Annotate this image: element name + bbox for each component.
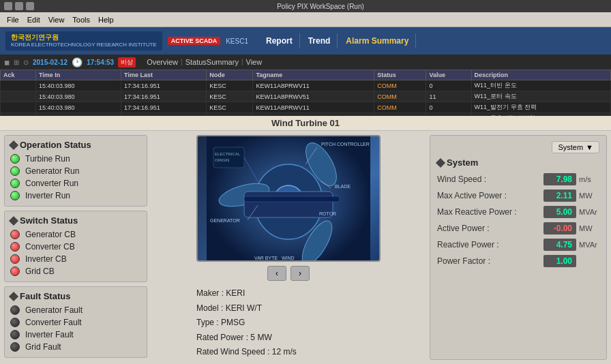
operation-status-items: Turbine Run Generator Run Converter Run … bbox=[10, 153, 141, 202]
overview-btn[interactable]: Overview bbox=[147, 58, 178, 66]
indicator-red bbox=[10, 242, 20, 252]
indicator-green bbox=[10, 154, 20, 164]
sw-status-item: Generator CB bbox=[10, 228, 141, 241]
indicator-red bbox=[10, 230, 20, 239]
right-panel: System ▼ System Wind Speed : 7.98 m/s Ma… bbox=[430, 135, 607, 360]
fault-status-title: Fault Status bbox=[10, 291, 141, 301]
switch-status-title: Switch Status bbox=[10, 215, 141, 226]
menu-view[interactable]: View bbox=[44, 14, 69, 25]
svg-text:ORIGIN: ORIGIN bbox=[215, 158, 229, 162]
system-row: Max Active Power : 2.11 MW bbox=[437, 189, 599, 202]
indicator-dark bbox=[10, 305, 20, 315]
main-content: Operation Status Turbine Run Generator R… bbox=[0, 131, 611, 364]
operation-status-title: Operation Status bbox=[10, 140, 141, 150]
menu-help[interactable]: Help bbox=[94, 14, 118, 25]
col-tagname: Tagname bbox=[253, 70, 374, 80]
col-desc: Description bbox=[471, 70, 610, 80]
close-btn[interactable] bbox=[26, 2, 34, 10]
indicator-red bbox=[10, 267, 20, 276]
indicator-dark bbox=[10, 330, 20, 339]
system-panel-title: System bbox=[437, 157, 599, 168]
svg-text:BLADE: BLADE bbox=[335, 184, 351, 189]
trend-btn[interactable]: Trend bbox=[301, 33, 338, 48]
switch-status-group: Switch Status Generator CB Converter CB … bbox=[4, 211, 147, 282]
sw-status-item: Inverter CB bbox=[10, 253, 141, 265]
fault-status-group: Fault Status Generator Fault Converter F… bbox=[4, 286, 147, 358]
prev-image-btn[interactable]: ‹ bbox=[267, 266, 286, 281]
indicator-red bbox=[10, 254, 20, 264]
sys-row-label: Max Reactive Power : bbox=[437, 207, 541, 217]
info-model: Model : KERI W/T bbox=[196, 301, 381, 316]
left-panel: Operation Status Turbine Run Generator R… bbox=[4, 135, 147, 360]
indicator-dark bbox=[10, 318, 20, 327]
indicator-green bbox=[10, 166, 20, 176]
rated-power-text: Rated Power : 5 MW bbox=[196, 331, 272, 346]
diamond-icon-op bbox=[9, 140, 18, 149]
sys-row-unit: MVAr bbox=[579, 241, 599, 249]
alarm-row[interactable]: 15:40:03.98017:34:16.951KESCKEW11A8PRWV1… bbox=[1, 102, 611, 113]
status-summary-btn[interactable]: StatusSummary bbox=[185, 58, 239, 66]
sw-status-item: Converter CB bbox=[10, 241, 141, 253]
indicator-dark bbox=[10, 342, 20, 352]
sys-row-label: Wind Speed : bbox=[437, 175, 541, 184]
svg-text:ELECTRICAL: ELECTRICAL bbox=[215, 152, 241, 156]
minimize-btn[interactable] bbox=[4, 2, 12, 10]
indicator-green bbox=[10, 179, 20, 188]
alarm-table: Ack Time In Time Last Node Tagname Statu… bbox=[0, 70, 611, 116]
turbine-info: Maker : KERI Model : KERI W/T Type : PMS… bbox=[196, 286, 381, 360]
menu-tools[interactable]: Tools bbox=[68, 14, 94, 25]
maximize-btn[interactable] bbox=[15, 2, 23, 10]
col-node: Node bbox=[207, 70, 253, 80]
rated-wind-text: Rated Wind Speed : 12 m/s bbox=[196, 345, 297, 360]
sys-row-label: Max Active Power : bbox=[437, 191, 541, 200]
turbine-image: PITCH CONTROLLER BLADE GENERATOR ROTOR V… bbox=[196, 135, 381, 262]
alarm-summary-btn[interactable]: Alarm Summary bbox=[339, 33, 416, 48]
system-row: Wind Speed : 7.98 m/s bbox=[437, 173, 599, 185]
sys-row-value: -0.00 bbox=[543, 222, 576, 234]
menu-edit[interactable]: Edit bbox=[23, 14, 44, 25]
switch-status-items: Generator CB Converter CB Inverter CB Gr… bbox=[10, 228, 141, 277]
active-badge: ACTIVE SCADA bbox=[168, 37, 221, 45]
op-status-item: Converter Run bbox=[10, 177, 141, 189]
sys-row-label: Power Factor : bbox=[437, 256, 541, 266]
status-bar: ◼ ⊞ ⊙ 2015-02-12 🕐 17:54:53 비상 Overview … bbox=[0, 55, 611, 70]
status-nav-btns: Overview | StatusSummary | View bbox=[147, 58, 262, 66]
sys-row-value: 2.11 bbox=[543, 189, 576, 202]
svg-text:PITCH CONTROLLER: PITCH CONTROLLER bbox=[321, 142, 370, 147]
sys-row-value: 5.00 bbox=[543, 206, 576, 218]
title-bar: Policy PIX WorkSpace (Run) bbox=[0, 0, 611, 12]
kesc-label: KESC1 bbox=[226, 37, 248, 45]
info-maker: Maker : KERI bbox=[196, 286, 381, 301]
page-title: Wind Turbine 01 bbox=[271, 118, 340, 128]
alarm-row[interactable]: 15:40:03.98017:34:16.951KESCKEW11A8PRWV1… bbox=[1, 80, 611, 91]
system-row: Max Reactive Power : 5.00 MVAr bbox=[437, 206, 599, 218]
menu-file[interactable]: File bbox=[3, 14, 23, 25]
svg-text:VAR BYTE: VAR BYTE bbox=[254, 256, 278, 260]
fault-status-item: Inverter Fault bbox=[10, 329, 141, 341]
diamond-icon-sw bbox=[9, 215, 18, 225]
report-btn[interactable]: Report bbox=[259, 33, 300, 48]
fault-status-items: Generator Fault Converter Fault Inverter… bbox=[10, 304, 141, 353]
svg-rect-9 bbox=[244, 196, 340, 202]
svg-text:WIND: WIND bbox=[282, 256, 295, 260]
alarm-row[interactable]: 15:40:03.98017:34:16.951KESCKEW11A8PRWV5… bbox=[1, 91, 611, 102]
next-image-btn[interactable]: › bbox=[290, 266, 310, 281]
system-dropdown[interactable]: System ▼ bbox=[552, 141, 599, 153]
fault-status-item: Generator Fault bbox=[10, 304, 141, 316]
op-status-item: Inverter Run bbox=[10, 189, 141, 202]
menu-bar: File Edit View Tools Help bbox=[0, 12, 611, 27]
page-title-bar: Wind Turbine 01 bbox=[0, 116, 611, 131]
svg-text:ROTOR: ROTOR bbox=[319, 211, 336, 216]
sys-row-label: Reactive Power : bbox=[437, 240, 541, 249]
sys-row-unit: MVAr bbox=[579, 208, 599, 216]
title-bar-icons[interactable] bbox=[4, 2, 34, 10]
indicator-green bbox=[10, 191, 20, 200]
sys-row-label: Active Power : bbox=[437, 224, 541, 233]
emergency-label: 비상 bbox=[118, 57, 136, 67]
sys-row-value: 1.00 bbox=[543, 255, 576, 267]
system-row: Reactive Power : 4.75 MVAr bbox=[437, 239, 599, 251]
info-rated-wind: Rated Wind Speed : 12 m/s bbox=[196, 345, 381, 360]
diamond-icon-sys bbox=[436, 157, 445, 167]
sys-row-value: 4.75 bbox=[543, 239, 576, 251]
view-btn[interactable]: View bbox=[246, 58, 263, 66]
